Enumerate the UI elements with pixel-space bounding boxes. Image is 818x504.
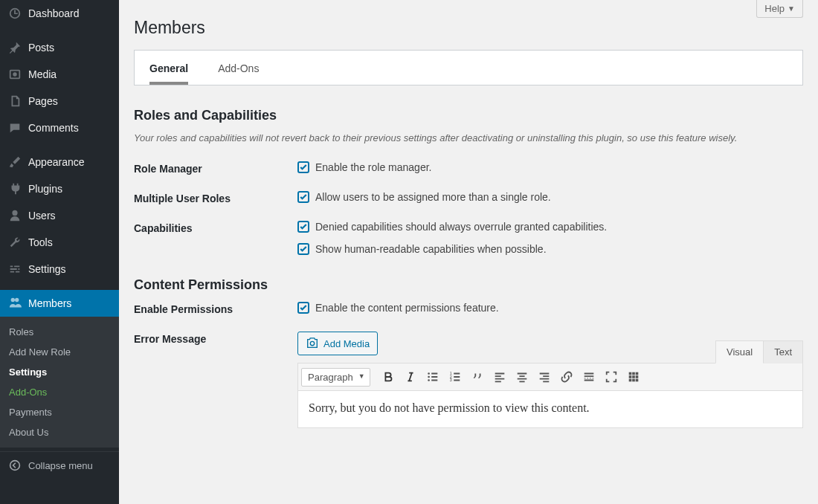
- svg-rect-15: [635, 379, 638, 382]
- sidebar-item-members[interactable]: Members: [0, 290, 119, 317]
- editor-toolbar: Paragraph 123: [297, 363, 803, 391]
- wrench-icon: [7, 235, 22, 250]
- multi-roles-label: Multiple User Roles: [134, 191, 297, 204]
- human-readable-checkbox[interactable]: [297, 243, 309, 255]
- svg-rect-8: [632, 372, 635, 375]
- media-icon: [306, 337, 319, 350]
- human-readable-cb-label: Show human-readable capabilities when po…: [315, 243, 547, 255]
- toolbar-toggle-button[interactable]: [623, 366, 644, 387]
- main-content: Help ▼ Members General Add-Ons Roles and…: [119, 0, 818, 504]
- svg-text:3: 3: [450, 378, 452, 382]
- denied-caps-checkbox[interactable]: [297, 221, 309, 233]
- quote-button[interactable]: [467, 366, 488, 387]
- submenu-roles[interactable]: Roles: [0, 322, 119, 342]
- sidebar-item-appearance[interactable]: Appearance: [0, 149, 119, 175]
- sidebar-item-label: Settings: [28, 263, 66, 275]
- svg-rect-13: [628, 379, 631, 382]
- tab-general[interactable]: General: [135, 51, 203, 85]
- role-manager-cb-label: Enable the role manager.: [315, 161, 431, 173]
- pin-icon: [7, 40, 22, 55]
- editor-content[interactable]: Sorry, but you do not have permission to…: [297, 391, 803, 428]
- admin-sidebar: Dashboard Posts Media Pages Comments App…: [0, 0, 119, 504]
- submenu-addons[interactable]: Add-Ons: [0, 382, 119, 402]
- enable-permissions-checkbox[interactable]: [297, 302, 309, 314]
- collapse-label: Collapse menu: [28, 460, 93, 471]
- sidebar-item-label: Members: [28, 297, 71, 309]
- sidebar-item-dashboard[interactable]: Dashboard: [0, 0, 119, 27]
- denied-caps-cb-label: Denied capabilities should always overru…: [315, 221, 607, 233]
- enable-permissions-label: Enable Permissions: [134, 302, 297, 315]
- collapse-menu-button[interactable]: Collapse menu: [0, 451, 119, 479]
- sidebar-item-users[interactable]: Users: [0, 202, 119, 229]
- editor-tab-text[interactable]: Text: [763, 340, 803, 364]
- comments-icon: [7, 120, 22, 135]
- section-note: Your roles and capabilities will not rev…: [134, 132, 803, 143]
- sidebar-submenu: Roles Add New Role Settings Add-Ons Paym…: [0, 317, 119, 448]
- sidebar-item-label: Dashboard: [28, 7, 80, 19]
- sidebar-item-label: Pages: [28, 95, 58, 107]
- sidebar-item-comments[interactable]: Comments: [0, 114, 119, 141]
- svg-rect-9: [635, 372, 638, 375]
- tab-addons[interactable]: Add-Ons: [203, 51, 274, 85]
- italic-button[interactable]: [400, 366, 421, 387]
- brush-icon: [7, 155, 22, 169]
- insert-more-button[interactable]: [579, 366, 599, 387]
- align-right-button[interactable]: [534, 366, 555, 387]
- role-manager-label: Role Manager: [134, 161, 297, 175]
- svg-point-2: [428, 376, 430, 378]
- format-select[interactable]: Paragraph: [301, 368, 370, 387]
- svg-point-1: [428, 372, 430, 375]
- plug-icon: [7, 181, 22, 196]
- multi-roles-checkbox[interactable]: [297, 191, 309, 203]
- sidebar-item-label: Media: [28, 68, 57, 80]
- sidebar-item-settings[interactable]: Settings: [0, 256, 119, 282]
- sidebar-item-label: Users: [28, 210, 56, 222]
- sidebar-item-pages[interactable]: Pages: [0, 88, 119, 114]
- sidebar-item-label: Tools: [28, 236, 53, 248]
- sidebar-item-plugins[interactable]: Plugins: [0, 175, 119, 202]
- editor-tabs: Visual Text: [715, 340, 803, 364]
- dashboard-icon: [7, 6, 22, 21]
- align-center-button[interactable]: [512, 366, 532, 387]
- editor-tab-visual[interactable]: Visual: [715, 340, 764, 364]
- user-icon: [7, 208, 22, 223]
- role-manager-checkbox[interactable]: [297, 161, 309, 173]
- tab-bar: General Add-Ons: [134, 50, 803, 85]
- sidebar-item-label: Plugins: [28, 183, 62, 195]
- submenu-settings[interactable]: Settings: [0, 362, 119, 382]
- submenu-about[interactable]: About Us: [0, 422, 119, 442]
- submenu-payments[interactable]: Payments: [0, 402, 119, 422]
- svg-rect-14: [632, 379, 635, 382]
- sidebar-item-posts[interactable]: Posts: [0, 34, 119, 61]
- svg-rect-11: [632, 375, 635, 378]
- page-title: Members: [134, 18, 803, 38]
- align-left-button[interactable]: [489, 366, 510, 387]
- sliders-icon: [7, 262, 22, 277]
- help-label: Help: [764, 3, 785, 14]
- enable-permissions-cb-label: Enable the content permissions feature.: [315, 302, 499, 314]
- error-message-label: Error Message: [134, 332, 297, 345]
- sidebar-item-media[interactable]: Media: [0, 61, 119, 88]
- bold-button[interactable]: [378, 366, 399, 387]
- svg-rect-12: [635, 375, 638, 378]
- add-media-button[interactable]: Add Media: [297, 332, 378, 355]
- media-icon: [7, 67, 22, 82]
- members-icon: [7, 296, 22, 311]
- number-list-button[interactable]: 123: [445, 366, 466, 387]
- submenu-add-new-role[interactable]: Add New Role: [0, 342, 119, 362]
- sidebar-item-label: Posts: [28, 42, 54, 54]
- section-heading-content: Content Permissions: [134, 277, 803, 293]
- sidebar-item-label: Appearance: [28, 156, 85, 168]
- svg-point-3: [428, 379, 430, 381]
- bullet-list-button[interactable]: [422, 366, 443, 387]
- pages-icon: [7, 94, 22, 109]
- fullscreen-button[interactable]: [601, 366, 622, 387]
- section-heading-roles: Roles and Capabilities: [134, 108, 803, 123]
- sidebar-item-tools[interactable]: Tools: [0, 229, 119, 256]
- sidebar-item-label: Comments: [28, 122, 79, 134]
- add-media-label: Add Media: [323, 338, 370, 349]
- help-button[interactable]: Help ▼: [756, 0, 803, 18]
- link-button[interactable]: [556, 366, 577, 387]
- capabilities-label: Capabilities: [134, 221, 297, 234]
- chevron-down-icon: ▼: [788, 4, 795, 13]
